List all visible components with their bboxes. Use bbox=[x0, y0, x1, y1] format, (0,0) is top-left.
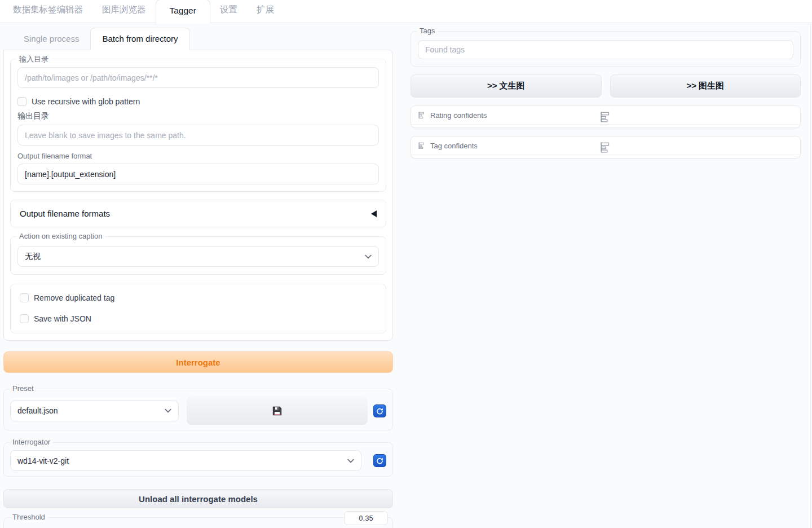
interrogator-label: Interrogator bbox=[10, 438, 53, 446]
send-buttons-row: >> 文生图 >> 图生图 bbox=[411, 74, 801, 98]
interrogate-button-label: Interrogate bbox=[176, 358, 220, 367]
output-dir-label: 输出目录 bbox=[17, 111, 379, 121]
send-to-img2img-button[interactable]: >> 图生图 bbox=[610, 74, 801, 98]
directories-form: 输入目录 Use recursive with glob pattern 输出目… bbox=[10, 59, 386, 192]
options-form: Remove duplicated tag Save with JSON bbox=[10, 284, 386, 333]
tab-image-browser[interactable]: 图库浏览器 bbox=[92, 0, 156, 23]
interrogator-form: Interrogator wd14-vit-v2-git bbox=[3, 442, 393, 477]
interrogator-dropdown-value: wd14-vit-v2-git bbox=[17, 456, 69, 465]
threshold-value: 0.35 bbox=[359, 514, 373, 522]
save-with-json-row[interactable]: Save with JSON bbox=[20, 314, 377, 323]
unload-models-button-label: Unload all interrogate models bbox=[139, 494, 258, 504]
left-column: Single process Batch from directory 输入目录… bbox=[3, 23, 393, 528]
recursive-checkbox-row[interactable]: Use recursive with glob pattern bbox=[17, 97, 379, 106]
tag-confidents-panel: Tag confidents bbox=[411, 136, 801, 159]
save-preset-button[interactable] bbox=[187, 397, 368, 425]
chevron-down-icon bbox=[365, 254, 372, 259]
send-to-txt2img-button[interactable]: >> 文生图 bbox=[411, 74, 602, 98]
chevron-down-icon bbox=[347, 459, 354, 463]
refresh-icon bbox=[376, 407, 383, 415]
bar-chart-icon bbox=[418, 142, 426, 149]
preset-dropdown-value: default.json bbox=[17, 406, 58, 415]
refresh-interrogator-button[interactable] bbox=[373, 454, 386, 467]
recursive-checkbox-label: Use recursive with glob pattern bbox=[32, 97, 140, 106]
remove-duplicated-tag-checkbox[interactable] bbox=[20, 293, 29, 302]
tab-settings[interactable]: 设置 bbox=[210, 0, 247, 23]
save-with-json-checkbox[interactable] bbox=[20, 314, 29, 323]
threshold-label: Threshold bbox=[10, 513, 48, 521]
threshold-number-input[interactable]: 0.35 bbox=[344, 511, 388, 525]
refresh-icon bbox=[376, 457, 383, 464]
tags-label: Tags bbox=[417, 27, 438, 35]
tag-confidents-label: Tag confidents bbox=[430, 142, 478, 150]
tab-extensions[interactable]: 扩展 bbox=[247, 0, 284, 23]
batch-panel: 输入目录 Use recursive with glob pattern 输出目… bbox=[3, 50, 393, 341]
bar-chart-icon bbox=[599, 111, 612, 123]
action-form: Action on existing caption 无视 bbox=[10, 236, 386, 275]
floppy-disk-icon bbox=[272, 406, 283, 416]
accordion-collapsed-icon bbox=[371, 210, 377, 217]
page-right-divider bbox=[810, 24, 811, 528]
send-to-img2img-label: >> 图生图 bbox=[686, 81, 724, 91]
chevron-down-icon bbox=[165, 408, 171, 413]
interrogate-button[interactable]: Interrogate bbox=[3, 351, 393, 373]
tab-tagger[interactable]: Tagger bbox=[156, 0, 210, 23]
action-dropdown-value: 无视 bbox=[25, 252, 41, 262]
remove-duplicated-tag-label: Remove duplicated tag bbox=[34, 293, 114, 302]
rating-confidents-label: Rating confidents bbox=[430, 111, 487, 120]
remove-duplicated-tag-row[interactable]: Remove duplicated tag bbox=[20, 293, 377, 302]
input-dir-label: 输入目录 bbox=[16, 54, 51, 64]
bar-chart-icon bbox=[418, 111, 426, 119]
accordion-label: Output filename formats bbox=[20, 209, 110, 218]
preset-dropdown[interactable]: default.json bbox=[10, 401, 179, 421]
interrogator-dropdown[interactable]: wd14-vit-v2-git bbox=[10, 450, 361, 471]
tags-form: Tags bbox=[411, 31, 801, 67]
output-filename-format-field[interactable] bbox=[17, 164, 379, 184]
tab-batch-from-directory[interactable]: Batch from directory bbox=[90, 28, 189, 50]
input-dir-field[interactable] bbox=[17, 67, 379, 88]
right-column: Tags >> 文生图 >> 图生图 Rating confidents bbox=[411, 23, 801, 528]
refresh-preset-button[interactable] bbox=[373, 404, 386, 417]
threshold-form: Threshold 0.35 bbox=[3, 517, 393, 528]
output-dir-field[interactable] bbox=[17, 125, 379, 146]
output-filename-formats-accordion[interactable]: Output filename formats bbox=[10, 200, 386, 227]
unload-models-button[interactable]: Unload all interrogate models bbox=[3, 489, 393, 508]
bar-chart-icon bbox=[599, 141, 612, 153]
action-on-existing-caption-label: Action on existing caption bbox=[16, 232, 105, 240]
recursive-checkbox[interactable] bbox=[17, 97, 27, 106]
rating-confidents-panel: Rating confidents bbox=[411, 105, 801, 128]
save-with-json-label: Save with JSON bbox=[34, 314, 91, 323]
tab-dataset-tag-editor[interactable]: 数据集标签编辑器 bbox=[3, 0, 92, 23]
output-filename-format-label: Output filename format bbox=[17, 152, 379, 160]
tab-single-process[interactable]: Single process bbox=[12, 28, 90, 50]
send-to-txt2img-label: >> 文生图 bbox=[487, 81, 525, 91]
preset-label: Preset bbox=[10, 384, 37, 393]
found-tags-field[interactable] bbox=[418, 40, 793, 59]
top-tab-bar: 数据集标签编辑器 图库浏览器 Tagger 设置 扩展 bbox=[0, 0, 812, 23]
action-dropdown[interactable]: 无视 bbox=[17, 246, 379, 267]
preset-form: Preset default.json bbox=[3, 389, 393, 430]
mode-tab-bar: Single process Batch from directory bbox=[3, 23, 393, 50]
